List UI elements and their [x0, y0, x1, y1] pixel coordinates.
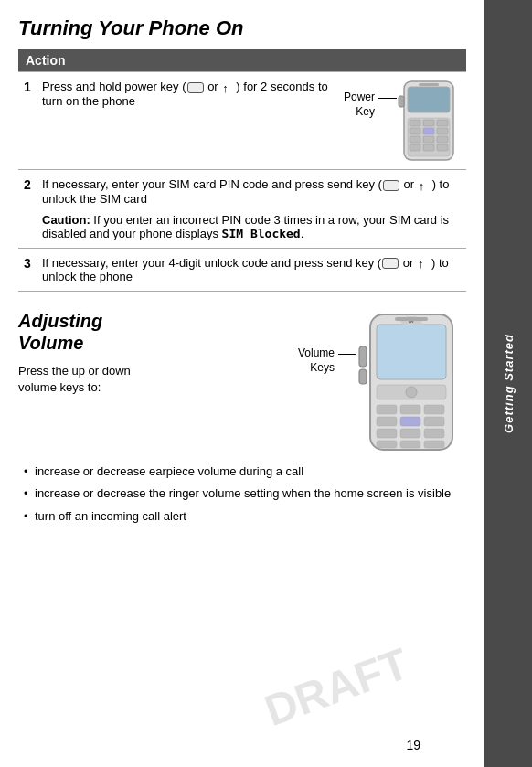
row-content-3: If necessary, enter your 4-digit unlock …	[37, 248, 466, 292]
svg-rect-13	[423, 144, 434, 151]
row3-text-part2: or	[399, 256, 417, 270]
svg-rect-3	[410, 120, 420, 126]
caution-label: Caution:	[42, 213, 90, 227]
unlock-key-icon2: ↑	[418, 257, 431, 270]
svg-rect-35	[359, 346, 367, 367]
adjusting-phone-diagram: VolumeKeys M	[165, 310, 466, 456]
svg-rect-4	[423, 120, 434, 126]
row-number-1: 1	[18, 72, 37, 170]
table-row: 3 If necessary, enter your 4-digit unloc…	[18, 248, 466, 292]
svg-rect-5	[437, 120, 448, 126]
sidebar-label: Getting Started	[502, 334, 516, 433]
row2-text-part1: If necessary, enter your SIM card PIN co…	[42, 177, 382, 191]
row-number-3: 3	[18, 248, 37, 292]
adjusting-title-col: AdjustingVolume Press the up or down vol…	[18, 310, 165, 396]
page-container: Turning Your Phone On Action 1 Press and…	[0, 0, 532, 767]
power-key-icon2: ↑	[222, 81, 235, 94]
row2-text: If necessary, enter your SIM card PIN co…	[42, 177, 461, 206]
svg-rect-31	[424, 429, 444, 438]
table-header: Action	[18, 49, 466, 72]
table-row: 2 If necessary, enter your SIM card PIN …	[18, 170, 466, 249]
sidebar: Getting Started	[484, 0, 532, 767]
adjusting-intro: Press the up or down volume keys to:	[18, 363, 165, 396]
svg-rect-34	[424, 441, 444, 448]
svg-rect-33	[400, 441, 420, 448]
main-content: Turning Your Phone On Action 1 Press and…	[0, 0, 484, 767]
unlock-key-icon1	[382, 258, 399, 269]
svg-rect-24	[400, 405, 420, 414]
caution-text: Caution: If you enter an incorrect PIN c…	[42, 213, 461, 240]
svg-rect-29	[377, 429, 397, 438]
adjusting-title: AdjustingVolume	[18, 310, 165, 354]
sim-blocked-text: SIM Blocked	[222, 227, 301, 240]
power-key-diagram: PowerKey	[344, 80, 461, 162]
power-key-arrow	[378, 98, 397, 99]
svg-rect-23	[377, 405, 397, 414]
row1-text: Press and hold power key ( or ↑) for 2 s…	[42, 80, 336, 108]
row3-text-part1: If necessary, enter your 4-digit unlock …	[42, 256, 381, 270]
svg-rect-6	[410, 128, 420, 134]
row-content-2: If necessary, enter your SIM card PIN co…	[37, 170, 466, 249]
page-number: 19	[406, 738, 420, 752]
adjusting-phone-col: VolumeKeys M	[165, 310, 466, 456]
svg-rect-10	[423, 136, 434, 143]
svg-point-22	[406, 387, 417, 398]
svg-rect-25	[424, 405, 444, 414]
row-content-1: Press and hold power key ( or ↑) for 2 s…	[37, 72, 466, 170]
list-item: turn off an incoming call alert	[18, 508, 466, 525]
page-title: Turning Your Phone On	[18, 16, 466, 40]
adjusting-header-row: AdjustingVolume Press the up or down vol…	[18, 310, 466, 456]
row-number-2: 2	[18, 170, 37, 249]
svg-rect-15	[399, 96, 404, 107]
svg-rect-27	[400, 417, 420, 426]
row1-content: Press and hold power key ( or ↑) for 2 s…	[42, 80, 461, 162]
table-row: 1 Press and hold power key ( or ↑) for 2…	[18, 72, 466, 170]
svg-rect-11	[437, 136, 448, 143]
list-item: increase or decrease the ringer volume s…	[18, 485, 466, 502]
row1-text-part1: Press and hold power key (	[42, 80, 186, 93]
phone-svg-row1	[397, 80, 461, 162]
svg-rect-28	[424, 417, 444, 426]
svg-rect-1	[408, 87, 450, 112]
svg-rect-36	[359, 369, 367, 384]
svg-rect-37	[395, 317, 428, 321]
caution-period: .	[301, 227, 304, 240]
bullet-list: increase or decrease earpiece volume dur…	[18, 463, 466, 525]
table-header-row: Action	[18, 49, 466, 72]
power-key-icon1	[187, 82, 204, 93]
action-table: Action 1 Press and hold power key ( or ↑…	[18, 49, 466, 292]
row2-text-part2: or	[400, 177, 418, 191]
send-key-icon2: ↑	[419, 179, 431, 192]
volume-key-label: VolumeKeys	[298, 346, 335, 375]
svg-rect-32	[377, 441, 397, 448]
svg-rect-8	[437, 128, 448, 134]
volume-key-arrow	[338, 354, 356, 355]
watermark-draft: DRAFT	[259, 638, 416, 736]
svg-rect-30	[400, 429, 420, 438]
phone-svg-volume: M	[356, 310, 466, 456]
svg-rect-14	[437, 144, 448, 151]
svg-rect-26	[377, 417, 397, 426]
svg-rect-9	[410, 136, 420, 143]
adjusting-section: AdjustingVolume Press the up or down vol…	[18, 310, 466, 525]
list-item: increase or decrease earpiece volume dur…	[18, 463, 466, 480]
svg-rect-16	[419, 83, 439, 86]
power-key-label: PowerKey	[344, 91, 375, 119]
send-key-icon1	[383, 180, 399, 191]
svg-rect-12	[410, 144, 420, 151]
row1-text-part2: or	[205, 80, 222, 93]
svg-rect-18	[377, 325, 446, 379]
svg-rect-7	[423, 128, 434, 134]
